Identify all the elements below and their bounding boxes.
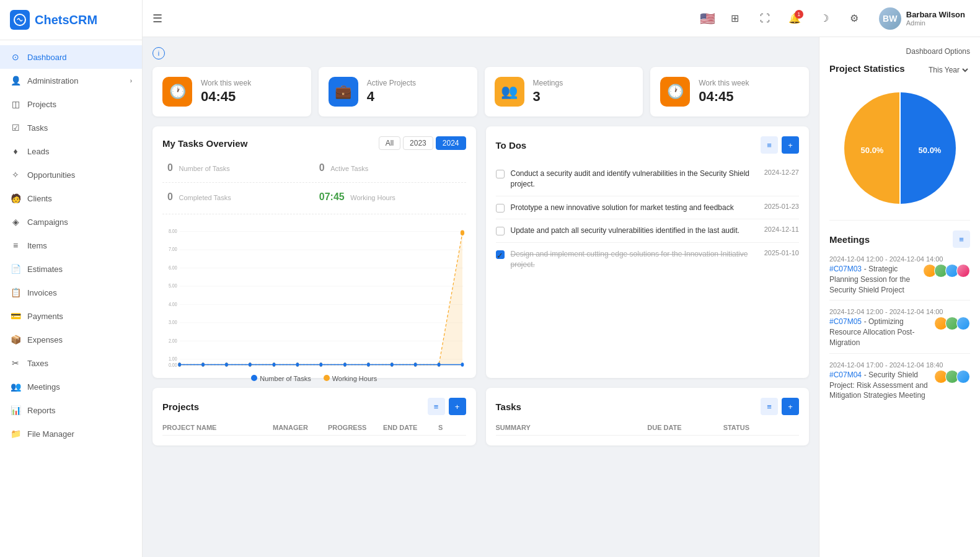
todo-checkbox[interactable] (496, 204, 505, 213)
todo-checkbox[interactable] (496, 170, 505, 178)
period-select[interactable]: This Year Last Year (926, 65, 970, 75)
active-tasks-stat: 0 Active Tasks (314, 159, 466, 177)
todo-checkbox[interactable] (496, 227, 505, 235)
meeting-avatar (956, 370, 970, 384)
projects-add-button[interactable]: + (449, 398, 466, 415)
todos-list-button[interactable]: ≡ (761, 136, 778, 154)
todo-checkbox[interactable]: ✓ (496, 250, 505, 259)
meetings-section: Meetings ≡ 2024-12-04 12:00 - 2024-12-04… (829, 230, 970, 401)
topbar: ☰ 🇺🇸 ⊞ ⛶ 🔔 1 ☽ ⚙ BW Barbara Wilson (143, 0, 980, 37)
fullscreen-button[interactable]: ⛶ (755, 9, 775, 29)
dashboard-options-label[interactable]: Dashboard Options (829, 47, 970, 56)
sidebar-item-tasks[interactable]: ☑ Tasks (0, 116, 142, 139)
sidebar-item-payments[interactable]: 💳 Payments (0, 304, 142, 328)
sidebar-item-label-file-manager: File Manager (27, 429, 74, 439)
meetings-list-button[interactable]: ≡ (953, 230, 970, 248)
svg-point-37 (273, 362, 276, 367)
sidebar-item-projects[interactable]: ◫ Projects (0, 92, 142, 116)
sidebar-item-clients[interactable]: 🧑 Clients (0, 186, 142, 210)
active-projects-label: Active Projects (367, 79, 416, 87)
sidebar-item-file-manager[interactable]: 📁 File Manager (0, 422, 142, 445)
sidebar-item-campaigns[interactable]: ◈ Campaigns (0, 210, 142, 234)
sidebar-item-label-opportunities: Opportunities (27, 170, 75, 180)
col-end-date: End Date (383, 424, 438, 431)
meeting-code[interactable]: #C07M05 (829, 317, 862, 326)
svg-text:6.00: 6.00 (169, 264, 177, 271)
svg-point-36 (249, 362, 252, 367)
stat-card-work-week-1: 🕐 Work this week 04:45 (152, 67, 311, 116)
sidebar-item-taxes[interactable]: ✂ Taxes (0, 351, 142, 375)
meeting-avatar (956, 317, 970, 330)
user-name: Barbara Wilson (906, 10, 965, 19)
filter-btn-2023[interactable]: 2023 (403, 136, 433, 150)
tasks-title: Tasks (496, 401, 521, 412)
info-icon[interactable]: i (152, 47, 165, 59)
tasks-list-button[interactable]: ≡ (761, 398, 778, 415)
svg-point-42 (391, 362, 394, 367)
num-tasks-value: 0 (167, 162, 173, 173)
meetings-value: 3 (533, 89, 563, 105)
svg-text:50.0%: 50.0% (918, 146, 941, 155)
sidebar-item-expenses[interactable]: 📦 Expenses (0, 328, 142, 351)
svg-point-32 (461, 230, 464, 235)
chart-svg: 8.00 7.00 6.00 5.00 4.00 3.00 2.00 1.00 (162, 219, 466, 368)
sidebar-item-label-dashboard: Dashboard (27, 53, 67, 62)
legend-hours: Working Hours (324, 375, 377, 382)
settings-button[interactable]: ⚙ (844, 9, 864, 29)
svg-point-43 (414, 362, 417, 367)
stat-cards: 🕐 Work this week 04:45 💼 Active Projects… (152, 67, 809, 116)
meetings-icon: 👥 (495, 77, 524, 107)
col-manager: Manager (273, 424, 328, 431)
sidebar-item-opportunities[interactable]: ✧ Opportunities (0, 163, 142, 186)
sidebar-item-label-meetings: Meetings (27, 382, 60, 392)
stat-card-meetings: 👥 Meetings 3 (485, 67, 643, 116)
tasks-icon: ☑ (10, 122, 21, 133)
language-flag[interactable]: 🇺🇸 (700, 11, 715, 26)
sidebar-item-label-payments: Payments (27, 312, 63, 321)
working-hours-label: Working Hours (350, 194, 395, 201)
sidebar-item-items[interactable]: ≡ Items (0, 234, 142, 257)
sidebar-item-label-invoices: Invoices (27, 288, 57, 297)
menu-button[interactable]: ☰ (152, 12, 162, 25)
tasks-add-button[interactable]: + (782, 398, 799, 415)
todos-header: To Dos ≡ + (496, 136, 800, 154)
filter-btn-all[interactable]: All (379, 136, 400, 150)
sidebar-item-label-estimates: Estimates (27, 265, 63, 274)
sidebar-item-invoices[interactable]: 📋 Invoices (0, 281, 142, 304)
projects-card: Projects ≡ + Project Name Manager Progre… (152, 388, 476, 445)
sidebar: ChetsCRM ⊙ Dashboard 👤 Administration › … (0, 0, 143, 557)
sidebar-item-dashboard[interactable]: ⊙ Dashboard (0, 45, 142, 69)
tasks-header: Tasks ≡ + (496, 398, 800, 415)
projects-list-button[interactable]: ≡ (428, 398, 445, 415)
svg-point-39 (319, 362, 322, 367)
sidebar-item-reports[interactable]: 📊 Reports (0, 398, 142, 422)
project-stats-section: Project Statistics This Year Last Year (829, 63, 970, 210)
meeting-code[interactable]: #C07M03 (829, 265, 862, 273)
todo-item: ✓ Design and implement cutting-edge solu… (496, 243, 800, 276)
meeting-code[interactable]: #C07M04 (829, 371, 862, 379)
sidebar-item-administration[interactable]: 👤 Administration › (0, 69, 142, 92)
work-week-1-info: Work this week 04:45 (201, 79, 251, 105)
sidebar-item-leads[interactable]: ♦ Leads (0, 139, 142, 163)
todos-title: To Dos (496, 140, 527, 151)
user-profile[interactable]: BW Barbara Wilson Admin (874, 5, 970, 32)
col-summary: Summary (496, 424, 648, 431)
grid-icon-button[interactable]: ⊞ (725, 9, 745, 29)
meeting-item: 2024-12-04 12:00 - 2024-12-04 14:00 #C07… (829, 308, 970, 353)
tasks-overview-header: My Tasks Overview All20232024 (162, 136, 466, 150)
logo[interactable]: ChetsCRM (0, 0, 142, 40)
sidebar-item-meetings[interactable]: 👥 Meetings (0, 375, 142, 398)
sidebar-item-estimates[interactable]: 📄 Estimates (0, 257, 142, 281)
meetings-title: Meetings (829, 234, 870, 245)
tasks-table-header: Summary Due Date Status (496, 424, 800, 436)
col-project-name: Project Name (162, 424, 273, 431)
todos-add-button[interactable]: + (782, 136, 799, 154)
sidebar-item-label-items: Items (27, 241, 47, 250)
campaigns-icon: ◈ (10, 216, 21, 227)
meeting-content: #C07M03 - Strategic Planning Session for… (829, 264, 918, 295)
theme-toggle-button[interactable]: ☽ (814, 9, 834, 29)
tasks-actions: ≡ + (761, 398, 799, 415)
filter-btn-2024[interactable]: 2024 (436, 136, 466, 150)
active-tasks-label: Active Tasks (330, 165, 368, 172)
notification-button[interactable]: 🔔 1 (785, 9, 805, 29)
